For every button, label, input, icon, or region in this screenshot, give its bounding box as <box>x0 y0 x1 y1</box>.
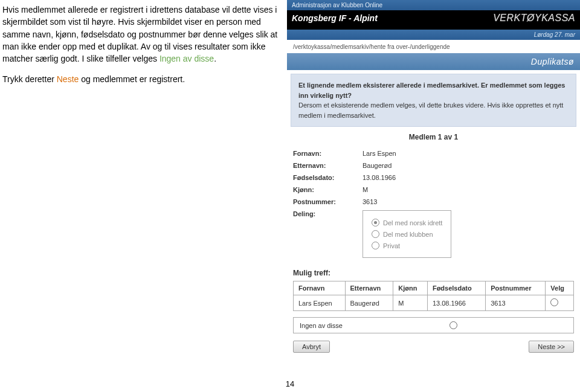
ingen-label: Ingen av disse <box>300 322 343 329</box>
mulig-treff-heading: Mulig treff: <box>293 269 574 277</box>
desc-line-2: Dersom et eksisterende medlem velges, vi… <box>298 101 563 119</box>
ingen-av-disse-row[interactable]: Ingen av disse <box>293 317 574 333</box>
neste-button[interactable]: Neste >> <box>529 341 574 353</box>
instr1-dot: . <box>214 54 216 63</box>
instruction-paragraph-2: Trykk deretter Neste og medlemmet er reg… <box>2 73 281 85</box>
deling-radio-group: Del med norsk idrett Del med klubben Pri… <box>362 210 451 258</box>
col-etternavn: Etternavn <box>345 281 393 295</box>
radio-icon <box>372 230 379 238</box>
col-kjonn: Kjønn <box>393 281 428 295</box>
description-box: Et lignende medlem eksisterer allerede i… <box>291 74 576 127</box>
instruction-column: Hvis medlemmet allerede er registrert i … <box>0 0 287 392</box>
kjonn-label: Kjønn: <box>293 186 362 193</box>
instr-text-2a: Trykk deretter <box>2 74 57 84</box>
deling-opt3-label: Privat <box>383 242 400 249</box>
ingen-av-disse-ref: Ingen av disse <box>160 54 214 63</box>
hit-table-wrap: Fornavn Etternavn Kjønn Fødselsdato Post… <box>293 281 574 311</box>
cell-etternavn: Baugerød <box>345 295 393 311</box>
hit-table: Fornavn Etternavn Kjønn Fødselsdato Post… <box>293 281 574 311</box>
postnr-value: 3613 <box>362 198 377 205</box>
tool-name: VERKTØYKASSA <box>493 13 575 24</box>
deling-opt2-label: Del med klubben <box>383 231 433 238</box>
etternavn-label: Etternavn: <box>293 162 362 169</box>
deling-opt1-label: Del med norsk idrett <box>383 219 442 227</box>
instruction-paragraph-1: Hvis medlemmet allerede er registrert i … <box>2 4 281 65</box>
app-window: Administrasjon av Klubben Online Kongsbe… <box>287 0 580 392</box>
admin-bar: Administrasjon av Klubben Online <box>287 0 580 10</box>
cell-kjonn: M <box>393 295 428 311</box>
page-number: 14 <box>0 379 580 388</box>
neste-ref: Neste <box>57 74 79 84</box>
etternavn-value: Baugerød <box>362 162 392 169</box>
radio-icon <box>550 298 558 306</box>
instr-text-2b: og medlemmet er registrert. <box>81 74 185 84</box>
button-row: Avbryt Neste >> <box>293 341 574 353</box>
breadcrumb: /verktoykassa/medlemsarkiv/hente fra ove… <box>287 40 580 53</box>
brand-bar: Kongsberg IF - Alpint VERKTØYKASSA <box>287 10 580 30</box>
member-counter: Medlem 1 av 1 <box>287 133 580 141</box>
hit-table-header: Fornavn Etternavn Kjønn Fødselsdato Post… <box>294 281 574 295</box>
desc-line-1: Et lignende medlem eksisterer allerede i… <box>298 82 565 99</box>
cell-fdato: 13.08.1966 <box>427 295 485 311</box>
postnr-label: Postnummer: <box>293 198 362 205</box>
cell-fornavn: Lars Espen <box>294 295 346 311</box>
radio-icon <box>450 321 457 329</box>
kjonn-value: M <box>362 186 368 193</box>
radio-icon <box>372 242 379 249</box>
col-postnr: Postnummer <box>486 281 546 295</box>
cell-postnr: 3613 <box>486 295 546 311</box>
col-fornavn: Fornavn <box>294 281 346 295</box>
member-info: Fornavn: Lars Espen Etternavn: Baugerød … <box>293 147 574 260</box>
fdato-value: 13.08.1966 <box>362 174 396 181</box>
club-name: Kongsberg IF - Alpint <box>292 13 378 23</box>
fdato-label: Fødselsdato: <box>293 174 362 181</box>
avbryt-button[interactable]: Avbryt <box>293 341 330 353</box>
col-velg: Velg <box>546 281 574 295</box>
deling-option-privat[interactable]: Privat <box>372 240 442 251</box>
hit-row: Lars Espen Baugerød M 13.08.1966 3613 <box>294 295 574 311</box>
instr-text-1: Hvis medlemmet allerede er registrert i … <box>2 5 277 63</box>
deling-option-klubben[interactable]: Del med klubben <box>372 228 442 240</box>
deling-option-norsk-idrett[interactable]: Del med norsk idrett <box>372 217 442 228</box>
page-title: Duplikatsø <box>287 53 580 70</box>
fornavn-value: Lars Espen <box>362 150 396 157</box>
radio-icon <box>372 219 379 227</box>
fornavn-label: Fornavn: <box>293 150 362 157</box>
deling-label: Deling: <box>293 210 362 217</box>
col-fdato: Fødselsdato <box>427 281 485 295</box>
cell-velg[interactable] <box>546 295 574 311</box>
date-bar: Lørdag 27. mar <box>287 30 580 40</box>
